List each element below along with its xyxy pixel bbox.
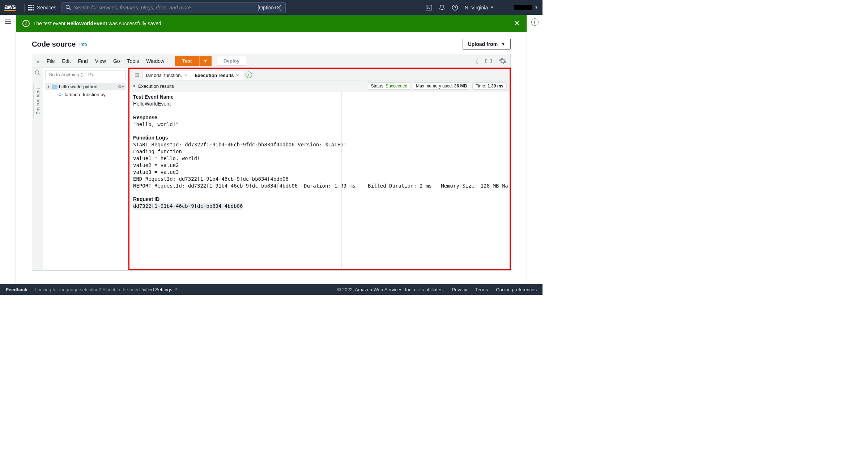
caret-down-icon[interactable]: ▼ (132, 84, 136, 88)
tree-file[interactable]: <> lambda_function.py (45, 90, 126, 99)
menu-window[interactable]: Window (146, 58, 164, 64)
status-pill: Status: Succeeded (368, 82, 411, 90)
banner-message: The test event HelloWorldEvent was succe… (33, 21, 163, 26)
request-id-value: dd7322f1-91b4-46cb-9fdc-bb834f4bdb06 (133, 203, 243, 210)
test-button[interactable]: Test (175, 56, 199, 66)
check-circle-icon: ✓ (22, 20, 30, 27)
external-link-icon: ↗ (174, 287, 178, 292)
info-panel-icon[interactable]: i (531, 18, 539, 26)
caret-down-icon: ▼ (490, 5, 494, 9)
execution-subheader: ▼ Execution results Status: Succeeded Ma… (129, 81, 510, 91)
language-hint: Looking for language selection? Find it … (35, 287, 178, 292)
aws-logo[interactable]: aws (4, 4, 16, 11)
ide-gutter: Environment (32, 68, 43, 270)
tab-label: Execution results (195, 73, 234, 78)
search-icon (65, 5, 71, 10)
menu-edit[interactable]: Edit (62, 58, 71, 64)
tab-lambda-function[interactable]: lambda_function. × (142, 70, 191, 80)
time-pill: Time: 1.39 ms (472, 82, 507, 90)
services-label: Services (37, 5, 56, 10)
svg-line-1 (69, 8, 71, 10)
svg-point-5 (455, 9, 455, 9)
upload-from-button[interactable]: Upload from ▼ (463, 39, 511, 50)
info-link[interactable]: Info (79, 42, 87, 47)
function-logs-label: Function Logs (133, 134, 506, 141)
request-id-label: Request ID (133, 196, 506, 203)
function-logs-body: START RequestId: dd7322f1-91b4-46cb-9fdc… (133, 141, 506, 189)
ide-sidebar: Go to Anything (⌘ P) ▼ hello-world-pytho… (43, 68, 128, 270)
execution-pills: Status: Succeeded Max memory used: 36 MB… (368, 82, 507, 90)
collapse-icon[interactable]: ▲ (36, 59, 40, 64)
menu-view[interactable]: View (95, 58, 106, 64)
hamburger-icon[interactable] (5, 18, 11, 25)
divider (24, 4, 25, 12)
execution-results-label: Execution results (138, 83, 174, 89)
menu-find[interactable]: Find (78, 58, 88, 64)
svg-rect-2 (426, 5, 432, 10)
tab-execution-results[interactable]: Execution results × (191, 70, 243, 80)
menu-tools[interactable]: Tools (127, 58, 139, 64)
ide-body: Environment Go to Anything (⌘ P) ▼ hello… (32, 68, 510, 270)
account-name (514, 5, 532, 10)
execution-output: Test Event Name HelloWorldEvent Response… (129, 91, 510, 269)
test-event-name-label: Test Event Name (133, 94, 506, 100)
code-source-panel: Code source Info Upload from ▼ ▲ File Ed… (32, 32, 511, 271)
svg-point-0 (66, 5, 69, 8)
help-icon[interactable] (452, 4, 458, 11)
memory-pill: Max memory used: 36 MB (413, 82, 470, 90)
file-tree: ▼ hello-world-python ✿▾ <> lambda_functi… (43, 81, 128, 100)
deploy-button[interactable]: Deploy (217, 56, 246, 66)
close-icon[interactable]: ✕ (514, 19, 520, 28)
search-shortcut: [Option+S] (258, 5, 282, 10)
ide-menubar: ▲ File Edit Find View Go Tools Window Te… (32, 54, 510, 68)
tab-label: lambda_function. (146, 73, 182, 78)
cloudshell-icon[interactable] (426, 4, 432, 11)
gear-icon[interactable] (499, 57, 507, 65)
caret-down-icon: ▼ (501, 42, 505, 46)
ide-right-icons: ⤢⤡ ┏ ┓┗ ┛ (475, 57, 507, 65)
test-event-name-value: HelloWorldEvent (133, 100, 506, 107)
privacy-link[interactable]: Privacy (452, 287, 467, 292)
copyright: © 2022, Amazon Web Services, Inc. or its… (337, 287, 444, 292)
menu-file[interactable]: File (47, 58, 55, 64)
menu-go[interactable]: Go (113, 58, 120, 64)
expand-icon[interactable]: ┏ ┓┗ ┛ (484, 58, 494, 64)
upload-label: Upload from (468, 41, 498, 47)
search-placeholder: Search for services, features, blogs, do… (74, 5, 191, 10)
terms-link[interactable]: Terms (475, 287, 488, 292)
left-rail (0, 15, 16, 284)
bell-icon[interactable] (439, 4, 445, 11)
folder-icon (52, 84, 58, 89)
tree-root[interactable]: ▼ hello-world-python ✿▾ (45, 83, 126, 90)
goto-anything-input[interactable]: Go to Anything (⌘ P) (45, 70, 126, 79)
feedback-link[interactable]: Feedback (6, 287, 27, 292)
caret-down-icon: ▼ (47, 85, 50, 89)
account-menu[interactable]: ▼ (514, 5, 538, 10)
global-search[interactable]: Search for services, features, blogs, do… (61, 2, 286, 13)
add-tab-icon[interactable]: + (246, 72, 252, 78)
region-selector[interactable]: N. Virginia ▼ (465, 5, 494, 10)
fullscreen-icon[interactable]: ⤢⤡ (475, 58, 479, 64)
grid-icon (28, 5, 34, 10)
tree-root-label: hello-world-python (59, 84, 97, 89)
topnav-right: N. Virginia ▼ ▼ (426, 4, 538, 12)
cookie-preferences-link[interactable]: Cookie preferences (496, 287, 537, 292)
environment-tab[interactable]: Environment (33, 85, 42, 118)
unified-settings-link[interactable]: Unified Settings (139, 287, 172, 292)
close-icon[interactable]: × (236, 72, 239, 78)
file-icon: <> (58, 92, 63, 97)
cloud9-ide: ▲ File Edit Find View Go Tools Window Te… (32, 54, 511, 271)
footer-right: © 2022, Amazon Web Services, Inc. or its… (337, 287, 537, 292)
editor-ruler (341, 91, 342, 269)
response-value: "hello, world!" (133, 121, 506, 128)
gear-icon[interactable]: ✿▾ (118, 84, 124, 89)
footer: Feedback Looking for language selection?… (0, 284, 542, 295)
test-dropdown-button[interactable]: ▼ (199, 56, 212, 66)
content: ✓ The test event HelloWorldEvent was suc… (16, 15, 527, 284)
tab-history-icon[interactable]: ▤ (132, 72, 142, 78)
close-icon[interactable]: × (184, 72, 187, 78)
divider (504, 4, 504, 12)
tree-file-label: lambda_function.py (65, 92, 106, 97)
search-icon[interactable] (35, 70, 41, 76)
services-menu[interactable]: Services (28, 5, 56, 10)
